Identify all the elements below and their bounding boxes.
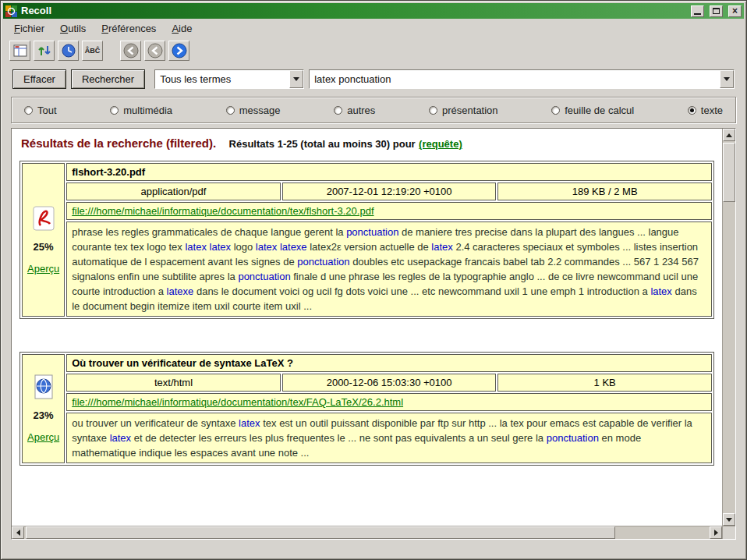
search-mode-select[interactable]: Tous les termes	[154, 69, 304, 89]
filter-option-multimedia[interactable]: multimédia	[110, 105, 172, 116]
show-document-table-button[interactable]	[9, 41, 30, 61]
arrow-up-icon	[726, 130, 732, 137]
toolbar-separator	[106, 39, 117, 62]
scroll-up-button[interactable]	[723, 129, 735, 141]
filter-label: Tout	[37, 105, 57, 116]
toolbar: ÂBĈ	[3, 37, 744, 63]
result-size: 189 KB / 2 MB	[497, 183, 712, 200]
category-filter-group: Tout multimédia message autres présentat…	[11, 97, 736, 123]
chevron-down-icon	[293, 77, 299, 84]
result-title: flshort-3.20.pdf	[66, 163, 712, 181]
scroll-down-button[interactable]	[723, 513, 735, 526]
first-page-button[interactable]	[144, 41, 165, 61]
query-details-link[interactable]: (requête)	[419, 138, 462, 150]
filter-option-feuille-de-calcul[interactable]: feuille de calcul	[551, 105, 634, 116]
sort-arrows-icon	[37, 43, 52, 58]
scrollbar-corner	[722, 526, 735, 539]
close-button[interactable]: ×	[728, 5, 742, 17]
result-title: Où trouver un vérificateur de syntaxe La…	[66, 354, 712, 372]
result-url-link[interactable]: file:///home/michael/informatique/docume…	[72, 205, 374, 217]
pdf-file-icon	[32, 206, 55, 231]
maximize-button[interactable]	[710, 5, 723, 17]
search-bar: Effacer Rechercher Tous les termes	[3, 63, 744, 93]
vertical-scroll-track[interactable]	[723, 141, 735, 513]
scroll-right-button[interactable]	[710, 526, 722, 539]
filter-option-presentation[interactable]: présentation	[429, 105, 498, 116]
minimize-button[interactable]	[691, 5, 704, 17]
chevron-down-icon	[724, 77, 730, 84]
search-button[interactable]: Rechercher	[71, 69, 145, 89]
relevance-percent: 25%	[34, 241, 54, 253]
horizontal-scrollbar[interactable]	[12, 526, 722, 539]
search-input[interactable]	[310, 73, 720, 85]
arrow-right-icon	[714, 530, 721, 536]
menu-item-fichier[interactable]: Fichier	[8, 21, 51, 36]
menu-item-preferences[interactable]: Préférences	[95, 21, 162, 36]
results-heading: Résultats de la recherche (filtered). Ré…	[21, 136, 713, 151]
filter-option-message[interactable]: message	[226, 105, 281, 116]
history-clock-icon	[61, 43, 76, 58]
result-date: 2000-12-06 15:03:30 +0100	[282, 374, 497, 392]
results-view: Résultats de la recherche (filtered). Ré…	[12, 129, 722, 526]
scroll-left-button[interactable]	[12, 526, 24, 539]
results-panel: Résultats de la recherche (filtered). Ré…	[11, 128, 736, 540]
close-icon: ×	[732, 6, 738, 16]
table-document-icon	[12, 43, 28, 58]
radio-icon	[429, 106, 437, 115]
next-page-button[interactable]	[168, 41, 189, 61]
filter-label: message	[239, 105, 281, 116]
radio-icon	[551, 106, 560, 115]
filter-option-tout[interactable]: Tout	[24, 105, 57, 116]
history-button[interactable]	[58, 41, 79, 61]
vertical-scrollbar[interactable]	[722, 129, 735, 526]
menu-item-outils[interactable]: Outils	[54, 21, 92, 36]
result-abstract: phrase les regles grammaticales de chaqu…	[66, 222, 712, 317]
titlebar[interactable]: Recoll ×	[3, 3, 744, 19]
arrow-down-icon	[726, 518, 732, 525]
sort-parameters-button[interactable]	[34, 41, 55, 61]
status-bar	[3, 540, 744, 557]
result-side-panel: 25% Aperçu	[22, 163, 65, 317]
window-title: Recoll	[21, 3, 51, 19]
arrow-left-icon	[13, 530, 20, 536]
radio-icon	[110, 106, 119, 115]
query-combobox[interactable]	[309, 69, 735, 89]
filter-label: feuille de calcul	[565, 105, 634, 116]
result-side-panel: 23% Aperçu	[22, 354, 65, 463]
menu-item-aide[interactable]: Aide	[165, 21, 198, 36]
horizontal-scroll-track[interactable]	[24, 526, 710, 539]
result-mime-type: application/pdf	[66, 183, 281, 200]
prev-page-button[interactable]	[120, 41, 141, 61]
filter-option-texte[interactable]: texte	[688, 105, 723, 116]
radio-icon	[226, 106, 235, 115]
horizontal-scroll-thumb[interactable]	[26, 526, 615, 539]
results-title: Résultats de la recherche (filtered).	[21, 136, 216, 150]
radio-icon	[334, 106, 342, 115]
nav-back-icon	[123, 43, 139, 58]
filter-label: multimédia	[123, 105, 172, 116]
recoll-app-icon	[5, 5, 17, 17]
filter-option-autres[interactable]: autres	[334, 105, 375, 116]
result-mime-type: text/html	[66, 374, 281, 392]
menubar: Fichier Outils Préférences Aide	[3, 19, 744, 37]
result-url-link[interactable]: file:///home/michael/informatique/docume…	[72, 396, 403, 408]
result-item-2: 23% Aperçu Où trouver un vérificateur de…	[19, 352, 714, 466]
result-abstract: ou trouver un verificateur de syntaxe la…	[66, 413, 712, 463]
query-dropdown-button[interactable]	[720, 70, 734, 88]
result-date: 2007-12-01 12:19:20 +0100	[282, 183, 497, 200]
clear-button[interactable]: Effacer	[12, 69, 66, 89]
minimize-icon	[694, 13, 701, 15]
search-mode-value: Tous les termes	[155, 73, 289, 85]
vertical-scroll-thumb[interactable]	[723, 143, 735, 202]
preview-link[interactable]: Aperçu	[27, 431, 59, 443]
filter-label: présentation	[442, 105, 498, 116]
search-mode-dropdown-button[interactable]	[289, 70, 303, 88]
filter-label: autres	[347, 105, 375, 116]
maximize-icon	[713, 8, 720, 14]
radio-icon	[688, 106, 696, 115]
term-explorer-button[interactable]: ÂBĈ	[82, 41, 103, 61]
result-item-1: 25% Aperçu flshort-3.20.pdf application/…	[19, 161, 714, 319]
radio-icon	[24, 106, 33, 115]
preview-link[interactable]: Aperçu	[27, 263, 59, 275]
filter-label: texte	[701, 105, 723, 116]
